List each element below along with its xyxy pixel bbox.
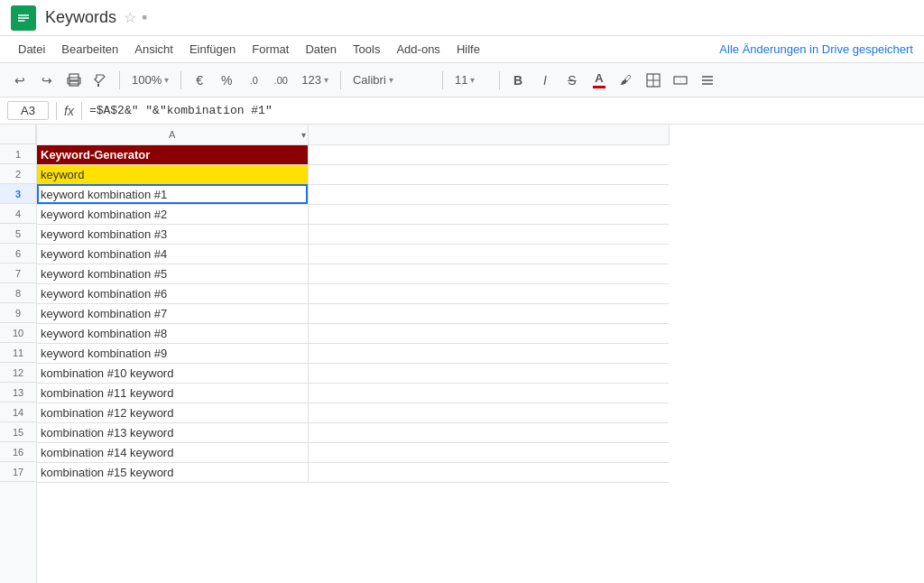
cell-a2[interactable]: keyword: [37, 164, 308, 184]
paint-format-button[interactable]: [88, 68, 114, 93]
cell-a16[interactable]: kombination #14 keyword: [37, 442, 308, 462]
menu-ansicht[interactable]: Ansicht: [127, 40, 180, 59]
svg-rect-2: [18, 17, 29, 19]
zoom-arrow: ▾: [164, 75, 169, 85]
print-button[interactable]: [61, 68, 87, 93]
fill-color-button[interactable]: 🖌: [614, 68, 639, 93]
col-header-a[interactable]: A ▾: [37, 125, 308, 144]
sep2: [180, 71, 181, 89]
cell-b11[interactable]: [308, 343, 669, 363]
text-color-button[interactable]: A: [587, 68, 612, 93]
row-num-6[interactable]: 6: [0, 244, 36, 264]
cell-a8[interactable]: keyword kombination #6: [37, 283, 308, 303]
row-num-16[interactable]: 16: [0, 442, 36, 462]
strikethrough-button[interactable]: S: [559, 68, 585, 93]
document-title[interactable]: Keywords: [45, 8, 116, 27]
row-num-5[interactable]: 5: [0, 224, 36, 244]
size-arrow: ▾: [470, 75, 475, 85]
borders-button[interactable]: [641, 68, 666, 93]
cell-b3[interactable]: [308, 184, 669, 204]
cell-b1[interactable]: [308, 144, 669, 164]
table-row: keyword kombination #9: [37, 343, 669, 363]
italic-button[interactable]: I: [532, 68, 558, 93]
more-formats-dropdown[interactable]: 123 ▾: [295, 68, 335, 93]
cell-a7[interactable]: keyword kombination #5: [37, 264, 308, 283]
row-num-10[interactable]: 10: [0, 323, 36, 343]
decimal0-button[interactable]: .0: [241, 68, 266, 93]
cell-a11[interactable]: keyword kombination #9: [37, 343, 308, 363]
cell-b7[interactable]: [308, 264, 669, 283]
menu-tools[interactable]: Tools: [346, 40, 387, 59]
row-num-14[interactable]: 14: [0, 403, 36, 422]
star-icon[interactable]: ☆: [124, 9, 136, 26]
decimal00-button[interactable]: .00: [268, 68, 293, 93]
cell-reference-input[interactable]: [7, 101, 49, 120]
table-row: kombination #13 keyword: [37, 422, 669, 442]
menu-datei[interactable]: Datei: [11, 40, 52, 59]
row-num-4[interactable]: 4: [0, 204, 36, 224]
cell-a1[interactable]: Keyword-Generator: [37, 144, 308, 164]
font-dropdown[interactable]: Calibri ▾: [346, 68, 437, 93]
folder-icon[interactable]: ▪: [142, 8, 147, 27]
row-num-8[interactable]: 8: [0, 283, 36, 303]
table-row: keyword kombination #2: [37, 204, 669, 224]
cell-b4[interactable]: [308, 204, 669, 224]
cell-a5[interactable]: keyword kombination #3: [37, 224, 308, 244]
cell-a12[interactable]: kombination #10 keyword: [37, 363, 308, 383]
cell-b8[interactable]: [308, 283, 669, 303]
cell-a6[interactable]: keyword kombination #4: [37, 244, 308, 264]
zoom-dropdown[interactable]: 100% ▾: [125, 68, 175, 93]
merge-button[interactable]: [668, 68, 693, 93]
cell-b16[interactable]: [308, 442, 669, 462]
menu-einfuegen[interactable]: Einfügen: [182, 40, 243, 59]
table-row: kombination #15 keyword: [37, 462, 669, 482]
row-num-17[interactable]: 17: [0, 462, 36, 482]
cell-b12[interactable]: [308, 363, 669, 383]
cell-b2[interactable]: [308, 164, 669, 184]
menu-addons[interactable]: Add-ons: [389, 40, 447, 59]
cell-b6[interactable]: [308, 244, 669, 264]
cell-b13[interactable]: [308, 383, 669, 403]
cell-a9[interactable]: keyword kombination #7: [37, 303, 308, 323]
cell-a17[interactable]: kombination #15 keyword: [37, 462, 308, 482]
formula-content[interactable]: =$A$2&" "&"kombination #1": [89, 104, 917, 117]
cell-b9[interactable]: [308, 303, 669, 323]
bold-button[interactable]: B: [505, 68, 531, 93]
row-num-11[interactable]: 11: [0, 343, 36, 363]
row-num-12[interactable]: 12: [0, 363, 36, 383]
cell-b5[interactable]: [308, 224, 669, 244]
menu-bearbeiten[interactable]: Bearbeiten: [54, 40, 125, 59]
row-num-13[interactable]: 13: [0, 383, 36, 403]
undo-button[interactable]: ↩: [7, 68, 32, 93]
cell-b17[interactable]: [308, 462, 669, 482]
font-size-dropdown[interactable]: 11 ▾: [448, 68, 494, 93]
row-num-7[interactable]: 7: [0, 264, 36, 283]
cell-a4[interactable]: keyword kombination #2: [37, 204, 308, 224]
col-header-b[interactable]: [308, 125, 669, 144]
cell-a10[interactable]: keyword kombination #8: [37, 323, 308, 343]
row-num-2[interactable]: 2: [0, 164, 36, 184]
row-num-9[interactable]: 9: [0, 303, 36, 323]
title-bar: Keywords ☆ ▪: [0, 0, 924, 36]
cell-a3[interactable]: keyword kombination #1: [37, 184, 308, 204]
menu-format[interactable]: Format: [245, 40, 296, 59]
cell-a14[interactable]: kombination #12 keyword: [37, 403, 308, 422]
sep4: [442, 71, 443, 89]
row-num-15[interactable]: 15: [0, 422, 36, 442]
cell-b10[interactable]: [308, 323, 669, 343]
align-button[interactable]: [695, 68, 720, 93]
row-num-3[interactable]: 3: [0, 184, 36, 204]
cell-a15[interactable]: kombination #13 keyword: [37, 422, 308, 442]
title-icons: ☆ ▪: [124, 8, 147, 27]
cell-b14[interactable]: [308, 403, 669, 422]
redo-button[interactable]: ↪: [34, 68, 60, 93]
cell-a13[interactable]: kombination #11 keyword: [37, 383, 308, 403]
percent-button[interactable]: %: [214, 68, 239, 93]
table-row: keyword kombination #4: [37, 244, 669, 264]
svg-rect-1: [18, 14, 29, 16]
menu-daten[interactable]: Daten: [298, 40, 344, 59]
currency-button[interactable]: €: [187, 68, 212, 93]
cell-b15[interactable]: [308, 422, 669, 442]
menu-hilfe[interactable]: Hilfe: [449, 40, 487, 59]
row-num-1[interactable]: 1: [0, 144, 36, 164]
